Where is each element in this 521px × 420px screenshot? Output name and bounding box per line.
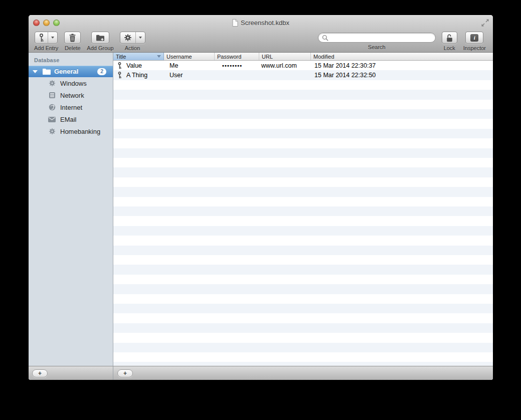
gear-icon	[48, 80, 56, 87]
sort-descending-icon	[157, 55, 161, 58]
action-group: Action	[120, 32, 145, 51]
column-header-label: Password	[217, 54, 241, 60]
action-dropdown[interactable]	[135, 32, 145, 43]
add-entry-footer-button[interactable]: +	[117, 369, 133, 377]
table-body[interactable]: Value Me •••••••• www.url.com 15 Mar 201…	[113, 61, 493, 366]
column-header-label: Title	[116, 54, 126, 60]
sidebar-item-email[interactable]: EMail	[29, 113, 113, 125]
search-input[interactable]	[330, 34, 432, 41]
sidebar-item-windows[interactable]: Windows	[29, 77, 113, 89]
add-group-footer-button[interactable]: +	[32, 369, 48, 377]
sidebar-item-label: General	[54, 68, 78, 75]
gear-icon	[120, 32, 135, 43]
table-row[interactable]: A Thing User 15 Mar 2014 22:32:50	[113, 70, 493, 80]
magnifier-icon	[322, 35, 328, 41]
sidebar-item-network[interactable]: Network	[29, 89, 113, 101]
table-header: Title Username Password URL Modified	[113, 53, 493, 61]
column-header-label: Username	[166, 54, 192, 60]
entry-table: Title Username Password URL Modified Val…	[113, 53, 493, 366]
delete-group: Delete	[64, 32, 81, 51]
inspector-button[interactable]: i	[465, 32, 483, 44]
sidebar-item-label: EMail	[60, 116, 77, 123]
add-entry-dropdown[interactable]	[48, 32, 57, 43]
column-header-password[interactable]: Password	[215, 53, 259, 60]
add-group-button[interactable]	[91, 32, 109, 44]
add-entry-button[interactable]	[35, 32, 58, 44]
sidebar-section-header: Database	[29, 56, 113, 66]
column-header-title[interactable]: Title	[113, 53, 164, 60]
entry-username: Me	[164, 62, 215, 69]
entry-title: A Thing	[126, 72, 147, 79]
column-header-username[interactable]: Username	[164, 53, 215, 60]
entry-title: Value	[126, 62, 142, 69]
sidebar-item-label: Windows	[60, 80, 87, 87]
action-label: Action	[125, 45, 140, 51]
chevron-down-icon	[139, 37, 142, 39]
lock-label: Lock	[444, 45, 455, 51]
add-entry-group: Add Entry	[34, 32, 58, 51]
document-icon	[232, 19, 238, 27]
column-header-modified[interactable]: Modified	[311, 53, 493, 60]
padlock-open-icon	[446, 34, 453, 42]
sidebar-item-homebanking[interactable]: Homebanking	[29, 125, 113, 137]
entry-modified: 15 Mar 2014 22:30:37	[311, 62, 493, 69]
delete-button[interactable]	[64, 32, 81, 44]
envelope-icon	[48, 117, 56, 122]
entry-url: www.url.com	[259, 62, 311, 69]
zoom-button[interactable]	[53, 20, 60, 26]
sidebar: Database General 2 Windows Network	[29, 53, 113, 366]
globe-icon	[48, 104, 56, 111]
key-icon	[117, 62, 122, 69]
info-icon: i	[470, 34, 478, 42]
column-header-label: Modified	[313, 54, 334, 60]
entry-username: User	[164, 72, 215, 79]
key-icon	[117, 72, 122, 79]
search-label: Search	[368, 44, 386, 50]
trash-icon	[69, 34, 76, 42]
table-row[interactable]: Value Me •••••••• www.url.com 15 Mar 201…	[113, 61, 493, 70]
window-title: Screenshot.kdbx	[241, 19, 289, 27]
sidebar-item-label: Homebanking	[60, 128, 100, 135]
search-field[interactable]	[318, 33, 436, 43]
entry-modified: 15 Mar 2014 22:32:50	[311, 72, 493, 79]
inspector-group: i Inspector	[463, 32, 486, 51]
table-footer: +	[113, 366, 493, 380]
toolbar: Add Entry Delete Add Group	[29, 30, 493, 52]
sidebar-footer: +	[29, 366, 113, 380]
entry-password: ••••••••	[215, 63, 259, 69]
window-controls	[33, 15, 60, 30]
folder-plus-icon	[96, 34, 105, 42]
titlebar[interactable]: Screenshot.kdbx	[29, 15, 493, 30]
add-group-label: Add Group	[87, 45, 113, 51]
minimize-button[interactable]	[43, 20, 50, 26]
sidebar-item-general[interactable]: General 2	[29, 66, 113, 77]
disclosure-triangle-icon[interactable]	[33, 70, 38, 73]
window-title-group: Screenshot.kdbx	[232, 19, 289, 27]
window-chrome: Screenshot.kdbx Add Entry	[29, 15, 493, 53]
bottom-bar: + +	[29, 366, 493, 380]
delete-label: Delete	[65, 45, 81, 51]
lock-group: Lock	[442, 32, 457, 51]
fullscreen-icon[interactable]	[481, 19, 489, 27]
search-group: Search	[318, 32, 436, 50]
content-area: Database General 2 Windows Network	[29, 53, 493, 366]
lock-button[interactable]	[442, 32, 457, 44]
server-icon	[48, 92, 56, 99]
close-button[interactable]	[33, 20, 40, 26]
key-icon	[35, 32, 48, 43]
sidebar-item-label: Internet	[60, 104, 82, 111]
sidebar-item-label: Network	[60, 92, 84, 99]
add-entry-label: Add Entry	[34, 45, 58, 51]
entry-count-badge: 2	[97, 68, 106, 75]
chevron-down-icon	[51, 37, 54, 39]
add-group-group: Add Group	[87, 32, 113, 51]
action-button[interactable]	[120, 32, 145, 44]
gear-icon	[48, 128, 56, 135]
sidebar-item-internet[interactable]: Internet	[29, 101, 113, 113]
column-header-label: URL	[262, 54, 273, 60]
inspector-label: Inspector	[463, 45, 486, 51]
app-window: Screenshot.kdbx Add Entry	[29, 15, 493, 380]
column-header-url[interactable]: URL	[259, 53, 311, 60]
folder-icon	[42, 68, 51, 75]
